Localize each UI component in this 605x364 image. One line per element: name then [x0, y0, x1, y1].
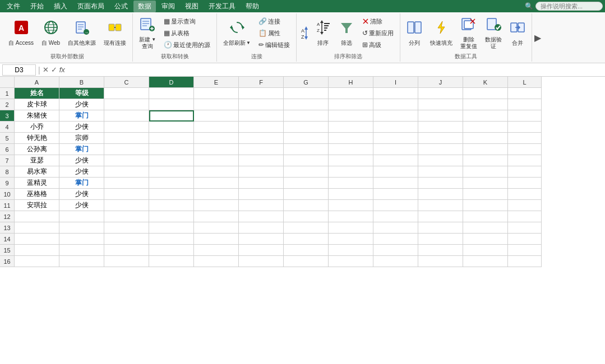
btn-existing-connections[interactable]: 现有连接	[101, 15, 129, 52]
cell-E6[interactable]	[194, 144, 239, 155]
cell-F15[interactable]	[239, 245, 284, 256]
cell-J12[interactable]	[418, 211, 463, 222]
cell-C6[interactable]	[104, 144, 149, 155]
col-header-K[interactable]: K	[463, 77, 508, 88]
cell-H6[interactable]	[329, 144, 373, 155]
menu-page-layout[interactable]: 页面布局	[73, 1, 109, 12]
cell-G1[interactable]	[284, 88, 329, 99]
row-number-9[interactable]: 9	[0, 178, 15, 189]
row-number-11[interactable]: 11	[0, 200, 15, 211]
cell-J6[interactable]	[418, 144, 463, 155]
cell-J15[interactable]	[418, 245, 463, 256]
col-header-F[interactable]: F	[239, 77, 284, 88]
cell-E15[interactable]	[194, 245, 239, 256]
cell-L13[interactable]	[508, 222, 542, 234]
cell-B14[interactable]	[59, 234, 104, 245]
btn-from-table[interactable]: ▦ 从表格	[161, 27, 213, 39]
cell-F4[interactable]	[239, 122, 284, 133]
menu-view[interactable]: 视图	[181, 1, 203, 12]
cell-D11[interactable]	[149, 200, 194, 211]
cell-J3[interactable]	[418, 110, 463, 122]
row-number-7[interactable]: 7	[0, 155, 15, 166]
cell-F10[interactable]	[239, 189, 284, 200]
cell-K16[interactable]	[463, 256, 508, 267]
cell-E7[interactable]	[194, 155, 239, 166]
cell-B9[interactable]: 掌门	[59, 178, 104, 189]
cell-K4[interactable]	[463, 122, 508, 133]
cell-E3[interactable]	[194, 110, 239, 122]
cell-I2[interactable]	[373, 99, 418, 110]
cell-E11[interactable]	[194, 200, 239, 211]
cell-A6[interactable]: 公孙离	[15, 144, 59, 155]
cell-B16[interactable]	[59, 256, 104, 267]
cell-I15[interactable]	[373, 245, 418, 256]
cell-D9[interactable]	[149, 178, 194, 189]
cell-G14[interactable]	[284, 234, 329, 245]
cell-K3[interactable]	[463, 110, 508, 122]
row-number-3[interactable]: 3	[0, 110, 15, 122]
cell-I4[interactable]	[373, 122, 418, 133]
menu-developer[interactable]: 开发工具	[204, 1, 240, 12]
row-number-12[interactable]: 12	[0, 211, 15, 222]
row-number-8[interactable]: 8	[0, 166, 15, 178]
cell-J5[interactable]	[418, 133, 463, 144]
row-number-13[interactable]: 13	[0, 222, 15, 234]
cell-B6[interactable]: 掌门	[59, 144, 104, 155]
cell-A3[interactable]: 朱猪侠	[15, 110, 59, 122]
cell-C16[interactable]	[104, 256, 149, 267]
cell-C11[interactable]	[104, 200, 149, 211]
cell-A11[interactable]: 安琪拉	[15, 200, 59, 211]
cell-D6[interactable]	[149, 144, 194, 155]
menu-data[interactable]: 数据	[133, 1, 156, 12]
cell-D15[interactable]	[149, 245, 194, 256]
row-number-15[interactable]: 15	[0, 245, 15, 256]
cell-F3[interactable]	[239, 110, 284, 122]
formula-input[interactable]	[67, 64, 603, 76]
cell-L3[interactable]	[508, 110, 542, 122]
col-header-D[interactable]: D	[149, 77, 194, 88]
cell-A13[interactable]	[15, 222, 59, 234]
menu-help[interactable]: 帮助	[241, 1, 264, 12]
cell-D5[interactable]	[149, 133, 194, 144]
cell-E2[interactable]	[194, 99, 239, 110]
cell-J4[interactable]	[418, 122, 463, 133]
btn-clear[interactable]: 清除	[359, 16, 396, 27]
cell-G4[interactable]	[284, 122, 329, 133]
cell-L12[interactable]	[508, 211, 542, 222]
btn-properties[interactable]: 📋 属性	[256, 27, 293, 39]
btn-edit-links[interactable]: ✏ 编辑链接	[256, 39, 293, 50]
cell-J2[interactable]	[418, 99, 463, 110]
cell-H2[interactable]	[329, 99, 373, 110]
cell-K15[interactable]	[463, 245, 508, 256]
cell-D1[interactable]	[149, 88, 194, 99]
cell-C14[interactable]	[104, 234, 149, 245]
cell-A9[interactable]: 蓝精灵	[15, 178, 59, 189]
cell-I3[interactable]	[373, 110, 418, 122]
col-header-A[interactable]: A	[15, 77, 59, 88]
cell-G11[interactable]	[284, 200, 329, 211]
cell-H10[interactable]	[329, 189, 373, 200]
cell-B8[interactable]: 少侠	[59, 166, 104, 178]
cell-D16[interactable]	[149, 256, 194, 267]
row-number-6[interactable]: 6	[0, 144, 15, 155]
cell-G9[interactable]	[284, 178, 329, 189]
cell-J9[interactable]	[418, 178, 463, 189]
cell-C1[interactable]	[104, 88, 149, 99]
cell-J13[interactable]	[418, 222, 463, 234]
cell-D13[interactable]	[149, 222, 194, 234]
btn-merge[interactable]: 合并	[507, 15, 528, 52]
cell-C15[interactable]	[104, 245, 149, 256]
cell-H14[interactable]	[329, 234, 373, 245]
cell-G7[interactable]	[284, 155, 329, 166]
cell-A1[interactable]: 姓名	[15, 88, 59, 99]
btn-connections[interactable]: 🔗 连接	[256, 16, 293, 27]
cell-I13[interactable]	[373, 222, 418, 234]
cell-E4[interactable]	[194, 122, 239, 133]
cell-A4[interactable]: 小乔	[15, 122, 59, 133]
menu-insert[interactable]: 插入	[49, 1, 72, 12]
cell-G16[interactable]	[284, 256, 329, 267]
cell-J16[interactable]	[418, 256, 463, 267]
cell-I8[interactable]	[373, 166, 418, 178]
confirm-icon[interactable]: ✓	[51, 66, 57, 74]
cell-A16[interactable]	[15, 256, 59, 267]
